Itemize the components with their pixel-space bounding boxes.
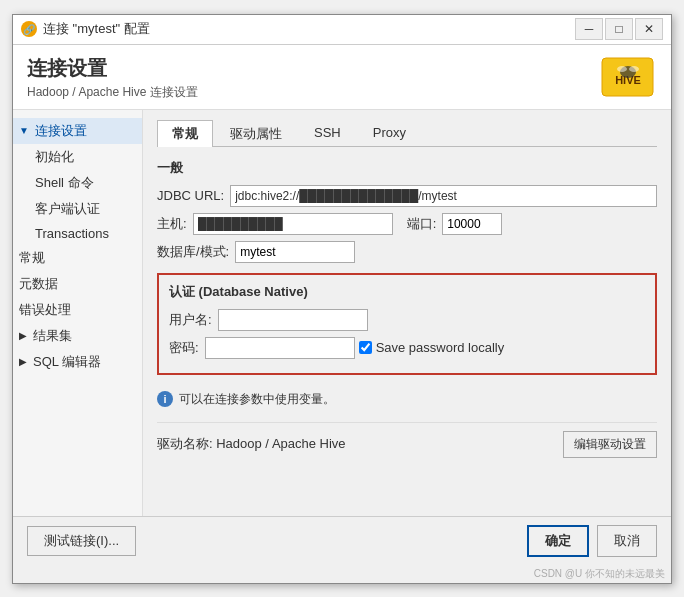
driver-row: 驱动名称: Hadoop / Apache Hive 编辑驱动设置 xyxy=(157,422,657,458)
sidebar-item-error-handling[interactable]: 错误处理 xyxy=(13,297,142,323)
sidebar-item-metadata[interactable]: 元数据 xyxy=(13,271,142,297)
sidebar-item-label: 初始化 xyxy=(35,148,74,166)
sidebar-item-label: Transactions xyxy=(35,226,109,241)
minimize-button[interactable]: ─ xyxy=(575,18,603,40)
password-input[interactable] xyxy=(205,337,355,359)
window-controls: ─ □ ✕ xyxy=(575,18,663,40)
host-label: 主机: xyxy=(157,215,187,233)
auth-section-title: 认证 (Database Native) xyxy=(169,283,645,301)
maximize-button[interactable]: □ xyxy=(605,18,633,40)
host-input[interactable] xyxy=(193,213,393,235)
jdbc-url-input[interactable] xyxy=(230,185,657,207)
cancel-button[interactable]: 取消 xyxy=(597,525,657,557)
password-save-row: Save password locally xyxy=(205,337,505,359)
username-label: 用户名: xyxy=(169,311,212,329)
jdbc-url-label: JDBC URL: xyxy=(157,188,224,203)
watermark: CSDN @U 你不知的未远最美 xyxy=(13,565,671,583)
hive-logo: HIVE xyxy=(597,55,657,100)
sidebar-item-result-set[interactable]: ▶ 结果集 xyxy=(13,323,142,349)
sidebar: ▼ 连接设置 初始化 Shell 命令 客户端认证 Transactions 常… xyxy=(13,110,143,516)
info-row: i 可以在连接参数中使用变量。 xyxy=(157,391,657,408)
sidebar-item-label: Shell 命令 xyxy=(35,174,94,192)
info-icon: i xyxy=(157,391,173,407)
sidebar-item-shell-command[interactable]: Shell 命令 xyxy=(13,170,142,196)
window-body: ▼ 连接设置 初始化 Shell 命令 客户端认证 Transactions 常… xyxy=(13,110,671,516)
bottom-bar: 测试链接(I)... 确定 取消 xyxy=(13,516,671,565)
password-row: 密码: Save password locally xyxy=(169,337,645,359)
host-row: 主机: 端口: xyxy=(157,213,657,235)
edit-driver-button[interactable]: 编辑驱动设置 xyxy=(563,431,657,458)
save-password-label: Save password locally xyxy=(376,340,505,355)
section-general-title: 一般 xyxy=(157,159,657,177)
bottom-bar-right: 确定 取消 xyxy=(527,525,657,557)
chevron-down-icon: ▼ xyxy=(19,125,29,136)
port-label: 端口: xyxy=(407,215,437,233)
info-text: 可以在连接参数中使用变量。 xyxy=(179,391,335,408)
sidebar-item-label: 客户端认证 xyxy=(35,200,100,218)
test-connection-button[interactable]: 测试链接(I)... xyxy=(27,526,136,556)
driver-label: 驱动名称: Hadoop / Apache Hive xyxy=(157,435,346,453)
sidebar-item-transactions[interactable]: Transactions xyxy=(13,222,142,245)
sidebar-item-label: 连接设置 xyxy=(35,122,87,140)
sidebar-item-client-auth[interactable]: 客户端认证 xyxy=(13,196,142,222)
jdbc-url-row: JDBC URL: xyxy=(157,185,657,207)
page-subtitle: Hadoop / Apache Hive 连接设置 xyxy=(27,84,198,101)
sidebar-item-label: 结果集 xyxy=(33,327,72,345)
sidebar-item-initialization[interactable]: 初始化 xyxy=(13,144,142,170)
close-button[interactable]: ✕ xyxy=(635,18,663,40)
sidebar-item-label: SQL 编辑器 xyxy=(33,353,101,371)
tab-bar: 常规 驱动属性 SSH Proxy xyxy=(157,120,657,147)
sidebar-item-connection-settings[interactable]: ▼ 连接设置 xyxy=(13,118,142,144)
sidebar-item-general[interactable]: 常规 xyxy=(13,245,142,271)
title-bar-text: 连接 "mytest" 配置 xyxy=(43,20,575,38)
tab-driver-props[interactable]: 驱动属性 xyxy=(215,120,297,147)
main-content: 常规 驱动属性 SSH Proxy 一般 JDBC URL: xyxy=(143,110,671,516)
auth-section: 认证 (Database Native) 用户名: 密码: Save passw… xyxy=(157,273,657,375)
title-bar: 🔗 连接 "mytest" 配置 ─ □ ✕ xyxy=(13,15,671,45)
ok-button[interactable]: 确定 xyxy=(527,525,589,557)
svg-point-3 xyxy=(617,66,627,72)
main-window: 🔗 连接 "mytest" 配置 ─ □ ✕ 连接设置 Hadoop / Apa… xyxy=(12,14,672,584)
password-label: 密码: xyxy=(169,339,199,357)
port-input[interactable] xyxy=(442,213,502,235)
window-header: 连接设置 Hadoop / Apache Hive 连接设置 HIVE xyxy=(13,45,671,110)
username-row: 用户名: xyxy=(169,309,645,331)
bottom-bar-left: 测试链接(I)... xyxy=(27,526,136,556)
svg-point-4 xyxy=(629,66,639,72)
save-password-checkbox[interactable] xyxy=(359,341,372,354)
page-title: 连接设置 xyxy=(27,55,198,82)
tab-ssh[interactable]: SSH xyxy=(299,120,356,147)
tab-proxy[interactable]: Proxy xyxy=(358,120,421,147)
chevron-right-icon: ▶ xyxy=(19,330,27,341)
header-left: 连接设置 Hadoop / Apache Hive 连接设置 xyxy=(27,55,198,101)
chevron-right-icon: ▶ xyxy=(19,356,27,367)
db-input[interactable] xyxy=(235,241,355,263)
db-row: 数据库/模式: xyxy=(157,241,657,263)
username-input[interactable] xyxy=(218,309,368,331)
db-label: 数据库/模式: xyxy=(157,243,229,261)
window-icon: 🔗 xyxy=(21,21,37,37)
sidebar-item-sql-editor[interactable]: ▶ SQL 编辑器 xyxy=(13,349,142,375)
tab-general[interactable]: 常规 xyxy=(157,120,213,147)
